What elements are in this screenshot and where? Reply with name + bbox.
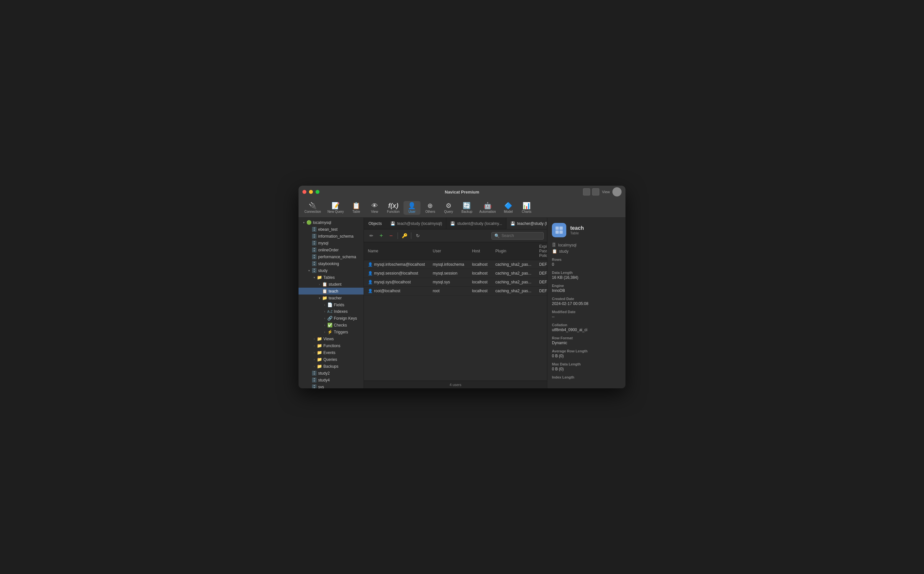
- rp-row-format-section: Row Format Dynamic: [552, 336, 621, 345]
- backup-label: Backup: [461, 210, 472, 213]
- view-icon-2[interactable]: [592, 188, 599, 196]
- col-plugin: Plugin: [492, 242, 535, 260]
- tab-teacher-label: teacher@study (localmy...: [517, 221, 547, 226]
- toolbar-automation[interactable]: 🤖 Automation: [477, 201, 498, 215]
- localmysql-icon: 🟢: [306, 220, 312, 225]
- tab-teacher-study[interactable]: 💾 teacher@study (localmy...: [506, 218, 547, 229]
- toolbar-others[interactable]: ⊕ Others: [422, 201, 439, 215]
- sidebar-item-queries[interactable]: › 📁 Queries: [298, 356, 364, 363]
- cell-host: localhost: [468, 278, 492, 287]
- rp-schema: study: [559, 249, 569, 254]
- table-row[interactable]: 👤mysql.session@localhost mysql.session l…: [364, 269, 547, 278]
- table-row[interactable]: 👤mysql.sys@localhost mysql.sys localhost…: [364, 278, 547, 287]
- sidebar-item-study2[interactable]: 🗄️ study2: [298, 370, 364, 377]
- main-content: ▾ 🟢 localmysql 🗄️ ebean_test 🗄️ informat…: [298, 218, 626, 388]
- main-toolbar: 🔌 Connection 📝 New Query 📋 Table 👁 View …: [298, 198, 626, 218]
- sidebar-item-onlineorder[interactable]: 🗄️ onlineOrder: [298, 246, 364, 253]
- search-input[interactable]: [501, 233, 541, 238]
- toolbar-view[interactable]: 👁 View: [366, 201, 383, 215]
- function-icon: f(x): [388, 202, 398, 209]
- backups-icon: 📁: [317, 364, 322, 369]
- row-format-value: Dynamic: [552, 341, 621, 345]
- toolbar-user[interactable]: 👤 User: [404, 201, 421, 215]
- info-label: information_schema: [318, 234, 353, 239]
- cell-plugin: caching_sha2_pas...: [492, 260, 535, 269]
- maximize-button[interactable]: [315, 190, 319, 194]
- sys-label: sys: [318, 385, 324, 389]
- table-header-row: Name User Host Plugin Expire Password Po…: [364, 242, 547, 260]
- toolbar-model[interactable]: 🔷 Model: [500, 201, 517, 215]
- toolbar-backup[interactable]: 🔄 Backup: [459, 201, 475, 215]
- table-row[interactable]: 👤root@localhost root localhost caching_s…: [364, 287, 547, 295]
- status-bar: 4 users: [364, 380, 547, 388]
- tab-teach-study[interactable]: 💾 teach@study (localmysql): [386, 218, 447, 229]
- table-body: 👤mysql.infoschema@localhost mysql.infosc…: [364, 260, 547, 295]
- perf-label: performance_schema: [318, 255, 356, 259]
- key-button[interactable]: 🔑: [400, 232, 409, 240]
- avg-row-label: Average Row Length: [552, 349, 621, 353]
- localmysql-label: localmysql: [313, 220, 331, 225]
- sidebar-item-teach[interactable]: 📋 teach: [298, 288, 364, 295]
- rp-engine-section: Engine InnoDB: [552, 284, 621, 293]
- sidebar-item-information_schema[interactable]: 🗄️ information_schema: [298, 233, 364, 240]
- cell-expire: DEFAULT: [535, 287, 547, 295]
- sidebar-item-mysql[interactable]: 🗄️ mysql: [298, 240, 364, 246]
- view-icon-1[interactable]: [583, 188, 590, 196]
- sidebar-item-study4[interactable]: 🗄️ study4: [298, 377, 364, 383]
- expand-arrow-views: ›: [312, 337, 317, 341]
- tab-teach-label: teach@study (localmysql): [397, 221, 442, 226]
- minimize-button[interactable]: [309, 190, 313, 194]
- sidebar-item-tables[interactable]: ▾ 📁 Tables: [298, 274, 364, 281]
- others-label: Others: [426, 210, 435, 213]
- others-icon: ⊕: [427, 202, 433, 209]
- sidebar-item-backups[interactable]: › 📁 Backups: [298, 363, 364, 370]
- sidebar-item-views[interactable]: › 📁 Views: [298, 335, 364, 342]
- collation-value: utf8mb4_0900_ai_ci: [552, 328, 621, 332]
- remove-button[interactable]: −: [387, 232, 395, 240]
- expand-arrow-checks: ›: [322, 323, 327, 327]
- table-row[interactable]: 👤mysql.infoschema@localhost mysql.infosc…: [364, 260, 547, 269]
- sidebar-item-foreign-keys[interactable]: › 🔗 Foreign Keys: [298, 315, 364, 322]
- sidebar-item-student[interactable]: › 📋 student: [298, 281, 364, 288]
- sidebar-item-functions[interactable]: › 📁 Functions: [298, 342, 364, 349]
- sidebar: ▾ 🟢 localmysql 🗄️ ebean_test 🗄️ informat…: [298, 218, 364, 388]
- toolbar-new-query[interactable]: 📝 New Query: [325, 201, 347, 215]
- toolbar-function[interactable]: f(x) Function: [385, 201, 402, 215]
- tab-objects[interactable]: Objects: [364, 218, 386, 229]
- sidebar-item-indexes[interactable]: › A-Z Indexes: [298, 308, 364, 315]
- cell-name: 👤mysql.infoschema@localhost: [364, 260, 429, 269]
- user-icon: 👤: [408, 202, 416, 209]
- schema-icon: 📋: [552, 249, 557, 254]
- toolbar-charts[interactable]: 📊 Charts: [518, 201, 535, 215]
- toolbar-connection[interactable]: 🔌 Connection: [302, 201, 324, 215]
- sidebar-item-localmysql[interactable]: ▾ 🟢 localmysql: [298, 219, 364, 226]
- sidebar-item-fields[interactable]: › 📄 Fields: [298, 301, 364, 308]
- sidebar-item-checks[interactable]: › ✅ Checks: [298, 322, 364, 328]
- sidebar-item-ebean_test[interactable]: 🗄️ ebean_test: [298, 226, 364, 233]
- add-button[interactable]: +: [377, 232, 385, 240]
- sidebar-item-sys[interactable]: 🗄️ sys: [298, 383, 364, 388]
- toolbar-query[interactable]: ⚙ Query: [440, 201, 457, 215]
- rp-table-icon: [552, 223, 566, 237]
- sidebar-item-study[interactable]: ▾ 🗄️ study: [298, 267, 364, 274]
- expand-arrow-queries: ›: [312, 358, 317, 361]
- study-icon: 🗄️: [312, 268, 317, 273]
- functions-icon: 📁: [317, 343, 322, 348]
- collation-label: Collation: [552, 323, 621, 327]
- sidebar-item-events[interactable]: › 📁 Events: [298, 349, 364, 356]
- sidebar-item-performance_schema[interactable]: 🗄️ performance_schema: [298, 253, 364, 260]
- view-label: View: [602, 190, 610, 194]
- sidebar-item-staybooking[interactable]: 🗄️ staybooking: [298, 260, 364, 267]
- modified-label: Modified Date: [552, 310, 621, 314]
- toolbar-table[interactable]: 📋 Table: [348, 201, 365, 215]
- sidebar-item-teacher[interactable]: ▾ 📁 teacher: [298, 295, 364, 301]
- tab-student-study[interactable]: 💾 student@study (localmy...: [446, 218, 506, 229]
- refresh-button[interactable]: ↻: [414, 232, 422, 240]
- edit-button[interactable]: ✏: [367, 232, 376, 240]
- user-avatar[interactable]: [612, 187, 621, 196]
- rp-db: localmysql: [558, 243, 576, 248]
- tables-label: Tables: [323, 275, 335, 280]
- sidebar-item-triggers[interactable]: › ⚡ Triggers: [298, 328, 364, 335]
- objects-tab-label: Objects: [369, 221, 382, 226]
- close-button[interactable]: [303, 190, 306, 194]
